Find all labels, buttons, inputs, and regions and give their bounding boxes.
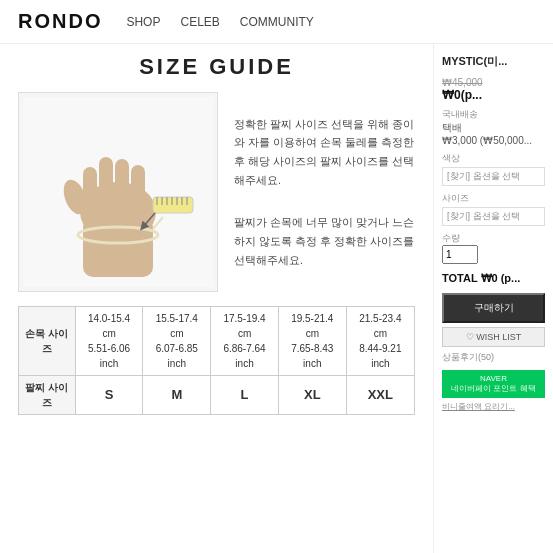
table-cell: 15.5-17.4 cm 6.07-6.85 inch <box>143 307 211 376</box>
table-cell: 14.0-15.4 cm 5.51-6.06 inch <box>75 307 143 376</box>
hand-image <box>18 92 218 292</box>
naver-pay-box[interactable]: NAVER 네이버페이 포인트 혜택 <box>442 370 545 398</box>
guide-texts: 정확한 팔찌 사이즈 선택을 위해 종이와 자를 이용하여 손목 둘레를 측정한… <box>234 92 415 292</box>
guide-text-1: 정확한 팔찌 사이즈 선택을 위해 종이와 자를 이용하여 손목 둘레를 측정한… <box>234 115 415 190</box>
table-cell-m: M <box>143 376 211 415</box>
nav-community[interactable]: COMMUNITY <box>240 15 314 29</box>
page-title: SIZE GUIDE <box>18 54 415 80</box>
nav-shop[interactable]: SHOP <box>126 15 160 29</box>
table-header-wrist: 손목 사이즈 <box>19 307 76 376</box>
table-cell-s: S <box>75 376 143 415</box>
size-label: 사이즈 <box>442 192 545 205</box>
wishlist-button[interactable]: ♡ WISH LIST <box>442 327 545 347</box>
svg-rect-6 <box>131 165 145 215</box>
price-original: ₩45,000 <box>442 77 545 88</box>
right-sidebar: MYSTIC(미... ₩45,000 ₩0(p... 국내배송 택배 ₩3,0… <box>433 44 553 553</box>
table-cell-xl: XL <box>278 376 346 415</box>
main-content: SIZE GUIDE <box>0 44 553 553</box>
table-cell: 17.5-19.4 cm 6.86-7.64 inch <box>211 307 279 376</box>
header: RONDO SHOP CELEB COMMUNITY <box>0 0 553 44</box>
color-option[interactable]: [찾기] 옵션을 선택 <box>442 167 545 186</box>
table-cell-l: L <box>211 376 279 415</box>
sidebar-product-title: MYSTIC(미... <box>442 54 545 69</box>
table-row-wrist: 손목 사이즈 14.0-15.4 cm 5.51-6.06 inch 15.5-… <box>19 307 415 376</box>
size-table-wrap: 손목 사이즈 14.0-15.4 cm 5.51-6.06 inch 15.5-… <box>18 306 415 415</box>
mini-link[interactable]: 비니줄여액 요리기... <box>442 401 545 412</box>
left-content: SIZE GUIDE <box>0 44 433 553</box>
guide-section: 정확한 팔찌 사이즈 선택을 위해 종이와 자를 이용하여 손목 둘레를 측정한… <box>18 92 415 292</box>
total-label: TOTAL <box>442 272 477 284</box>
price-main: ₩0(p... <box>442 88 545 102</box>
main-nav: SHOP CELEB COMMUNITY <box>126 15 313 29</box>
table-header-bracelet: 팔찌 사이즈 <box>19 376 76 415</box>
delivery-label: 국내배송 <box>442 108 545 121</box>
delivery-fee: ₩3,000 (₩50,000... <box>442 135 545 146</box>
svg-rect-5 <box>115 159 129 215</box>
color-row: 색상 [찾기] 옵션을 선택 <box>442 152 545 186</box>
naver-pay-label: NAVER 네이버페이 포인트 혜택 <box>446 374 541 394</box>
qty-row: 수량 <box>442 232 545 264</box>
total-value: ₩0 (p... <box>481 272 521 284</box>
nav-celeb[interactable]: CELEB <box>180 15 219 29</box>
qty-label: 수량 <box>442 232 545 245</box>
size-table: 손목 사이즈 14.0-15.4 cm 5.51-6.06 inch 15.5-… <box>18 306 415 415</box>
review-count[interactable]: 상품후기(50) <box>442 351 545 364</box>
table-cell-xxl: XXL <box>346 376 414 415</box>
table-cell: 19.5-21.4 cm 7.65-8.43 inch <box>278 307 346 376</box>
qty-input[interactable] <box>442 245 478 264</box>
color-label: 색상 <box>442 152 545 165</box>
delivery-row: 국내배송 택배 ₩3,000 (₩50,000... <box>442 108 545 146</box>
table-row-size: 팔찌 사이즈 S M L XL XXL <box>19 376 415 415</box>
size-row: 사이즈 [찾기] 옵션을 선택 <box>442 192 545 226</box>
buy-button[interactable]: 구매하기 <box>442 293 545 323</box>
table-cell: 21.5-23.4 cm 8.44-9.21 inch <box>346 307 414 376</box>
size-option[interactable]: [찾기] 옵션을 선택 <box>442 207 545 226</box>
delivery-value: 택배 <box>442 121 545 135</box>
total-row: TOTAL ₩0 (p... <box>442 272 545 285</box>
svg-rect-4 <box>99 157 113 215</box>
logo[interactable]: RONDO <box>18 10 102 33</box>
guide-text-2: 팔찌가 손목에 너무 많이 맞거나 느슨하지 않도록 측정 후 정확한 사이즈를… <box>234 213 415 269</box>
